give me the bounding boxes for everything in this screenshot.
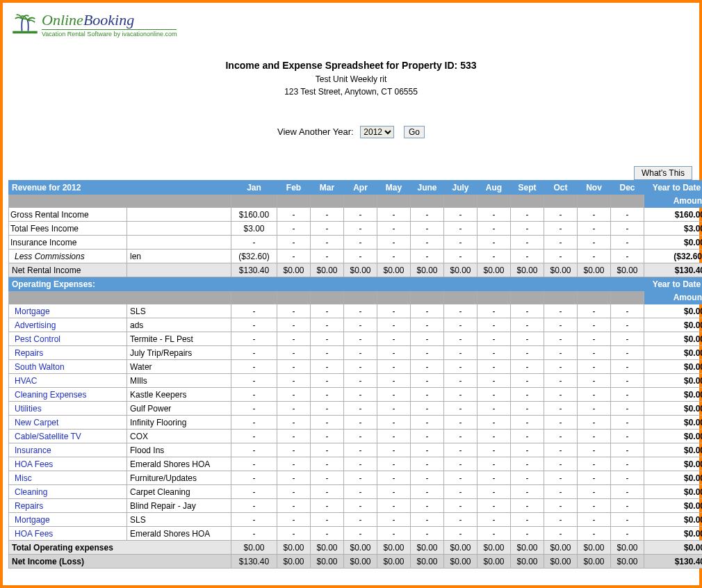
expense-link[interactable]: Repairs — [9, 346, 127, 360]
opex-row: RepairsJuly Trip/Repairs------------$0.0… — [9, 346, 703, 360]
expense-link[interactable]: Utilities — [9, 402, 127, 416]
expense-link[interactable]: HVAC — [9, 374, 127, 388]
go-button[interactable]: Go — [404, 126, 425, 138]
year-label: View Another Year: — [277, 126, 354, 137]
app-frame: OnlineBooking Vacation Rental Software b… — [0, 0, 702, 588]
expense-link[interactable]: Mortgage — [9, 513, 127, 527]
revenue-header-row: Revenue for 2012JanFebMarAprMayJuneJulyA… — [9, 181, 703, 195]
opex-row: UtilitiesGulf Power------------$0.00 — [9, 402, 703, 416]
expense-link[interactable]: South Walton — [9, 360, 127, 374]
revenue-row: Gross Rental Income$160.00-----------$16… — [9, 208, 703, 222]
expense-link[interactable]: HOA Fees — [9, 527, 127, 541]
opex-row: HOA FeesEmerald Shores HOA------------$0… — [9, 457, 703, 471]
opex-row: New CarpetInfinity Flooring------------$… — [9, 416, 703, 430]
opex-row: MiscFurniture/Updates------------$0.00 — [9, 471, 703, 485]
expense-link[interactable]: Mortgage — [9, 304, 127, 318]
address: 123 Test Street, Anytown, CT 06555 — [8, 85, 694, 98]
opex-row: Pest ControlTermite - FL Pest-----------… — [9, 332, 703, 346]
expense-link[interactable]: Insurance — [9, 443, 127, 457]
revenue-row: Insurance Income------------$0.00 — [9, 236, 703, 250]
total-opex-row: Total Operating expenses$0.00$0.00$0.00$… — [9, 541, 703, 555]
opex-row: HOA FeesEmerald Shores HOA------------$0… — [9, 527, 703, 541]
expense-link[interactable]: Cleaning — [9, 485, 127, 499]
opex-row: MortgageSLS------------$0.00 — [9, 304, 703, 318]
unit-name: Test Unit Weekly rit — [8, 73, 694, 85]
net-income-row: Net Income (Loss)$130.40$0.00$0.00$0.00$… — [9, 555, 703, 569]
opex-row: Cable/Satellite TVCOX------------$0.00 — [9, 430, 703, 443]
opex-row: MortgageSLS------------$0.00 — [9, 513, 703, 527]
expense-link[interactable]: Advertising — [9, 318, 127, 332]
expense-link[interactable]: Pest Control — [9, 332, 127, 346]
expense-link[interactable]: Misc — [9, 471, 127, 485]
logo-text: OnlineBooking Vacation Rental Software b… — [42, 11, 177, 38]
revenue-row: Total Fees Income$3.00-----------$3.00 — [9, 222, 703, 236]
logo-block: OnlineBooking Vacation Rental Software b… — [8, 8, 694, 38]
whats-this-button[interactable]: What's This — [634, 166, 692, 180]
year-selector-row: View Another Year: 2012 Go — [8, 126, 694, 138]
page-title: Income and Expense Spreadsheet for Prope… — [8, 58, 694, 73]
opex-row: RepairsBlind Repair - Jay------------$0.… — [9, 499, 703, 513]
year-select[interactable]: 2012 — [360, 126, 394, 138]
net-rental-row: Net Rental Income$130.40$0.00$0.00$0.00$… — [9, 263, 703, 277]
opex-row: CleaningCarpet Cleaning------------$0.00 — [9, 485, 703, 499]
opex-row: Advertisingads------------$0.00 — [9, 318, 703, 332]
opex-row: South WaltonWater------------$0.00 — [9, 360, 703, 374]
expense-link[interactable]: Cleaning Expenses — [9, 388, 127, 402]
opex-row: InsuranceFlood Ins------------$0.00 — [9, 443, 703, 457]
expense-link[interactable]: HOA Fees — [9, 457, 127, 471]
page-header: Income and Expense Spreadsheet for Prope… — [8, 58, 694, 98]
revenue-row: Less Commissionslen($32.60)-----------($… — [9, 250, 703, 263]
whats-this-row: What's This — [8, 166, 694, 180]
opex-header-row: Operating Expenses:Year to Date — [9, 277, 703, 291]
svg-rect-0 — [13, 31, 38, 33]
expense-link[interactable]: New Carpet — [9, 416, 127, 430]
palm-tree-icon — [13, 13, 38, 37]
opex-row: Cleaning ExpensesKastle Keepers---------… — [9, 388, 703, 402]
expense-link[interactable]: Cable/Satellite TV — [9, 430, 127, 443]
expense-link[interactable]: Repairs — [9, 499, 127, 513]
opex-row: HVACMIlls------------$0.00 — [9, 374, 703, 388]
income-expense-table: Revenue for 2012JanFebMarAprMayJuneJulyA… — [8, 180, 702, 569]
